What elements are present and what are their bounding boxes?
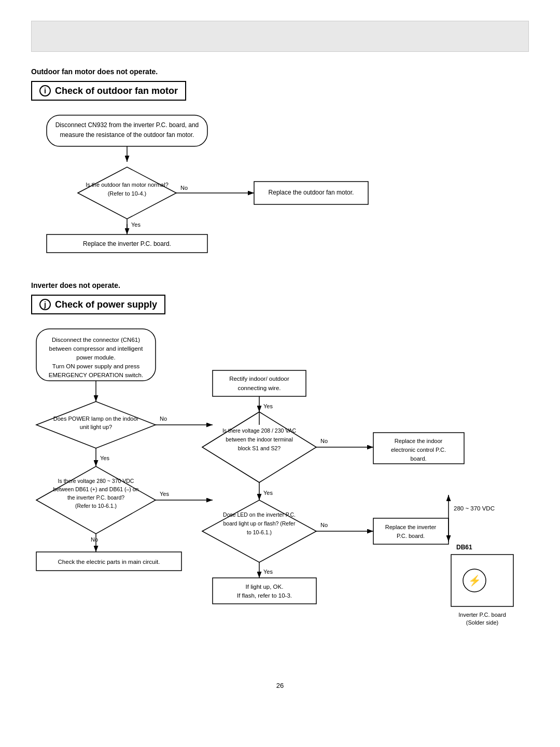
svg-rect-0: [47, 115, 207, 146]
section2-subtitle: Inverter does not operate.: [31, 281, 529, 289]
svg-text:Disconnect CN932 from the inve: Disconnect CN932 from the inverter P.C. …: [55, 121, 199, 129]
svg-text:Replace the inverter: Replace the inverter: [385, 524, 437, 530]
svg-text:Disconnect the connector (CN61: Disconnect the connector (CN61): [52, 337, 140, 343]
section1-circle: i: [39, 85, 51, 96]
svg-text:Is the outdoor fan motor norma: Is the outdoor fan motor normal?: [86, 182, 169, 188]
svg-text:between compressor and intelli: between compressor and intelligent: [49, 345, 144, 352]
svg-text:Yes: Yes: [263, 569, 273, 575]
section1-title: Check of outdoor fan motor: [55, 86, 178, 96]
svg-text:the inverter P.C. board?: the inverter P.C. board?: [67, 494, 124, 501]
svg-text:(Refer to 10-4.): (Refer to 10-4.): [108, 190, 147, 197]
section1-header: i Check of outdoor fan motor: [31, 81, 186, 101]
svg-text:No: No: [320, 438, 328, 444]
svg-text:If light up, OK.: If light up, OK.: [246, 584, 284, 590]
svg-text:No: No: [180, 185, 188, 191]
svg-text:Dose LED on the inverter P.C.: Dose LED on the inverter P.C.: [223, 511, 296, 518]
svg-text:P.C. board.: P.C. board.: [397, 533, 425, 539]
svg-text:Replace the outdoor fan motor.: Replace the outdoor fan motor.: [269, 189, 354, 196]
page-number: 26: [31, 682, 529, 689]
section-outdoor-fan: Outdoor fan motor does not operate. i Ch…: [31, 67, 529, 255]
svg-text:power module.: power module.: [76, 354, 115, 361]
svg-text:⚡: ⚡: [468, 574, 481, 587]
svg-text:Does POWER lamp on the indoor: Does POWER lamp on the indoor: [53, 416, 139, 422]
svg-text:EMERGENCY OPERATION switch.: EMERGENCY OPERATION switch.: [49, 372, 143, 378]
svg-text:Yes: Yes: [160, 491, 169, 497]
svg-text:unit light up?: unit light up?: [80, 424, 112, 430]
svg-text:(Solder side): (Solder side): [466, 619, 498, 626]
svg-text:measure the resistance of the : measure the resistance of the outdoor fa…: [60, 131, 194, 139]
page: Outdoor fan motor does not operate. i Ch…: [0, 0, 560, 710]
svg-text:Yes: Yes: [263, 403, 273, 409]
svg-text:block S1 and S2?: block S1 and S2?: [238, 445, 281, 451]
svg-rect-74: [213, 578, 316, 604]
svg-text:electronic control P.C.: electronic control P.C.: [391, 447, 446, 453]
svg-rect-45: [213, 370, 306, 396]
svg-text:Is there voltage 280 ~ 370 VDC: Is there voltage 280 ~ 370 VDC: [58, 478, 134, 484]
svg-text:DB61: DB61: [456, 544, 472, 551]
svg-text:board.: board.: [410, 455, 426, 462]
svg-text:Inverter P.C. board: Inverter P.C. board: [458, 612, 506, 618]
section-power-supply: Inverter does not operate. j Check of po…: [31, 281, 529, 656]
svg-text:Replace the indoor: Replace the indoor: [395, 438, 443, 444]
svg-text:280 ~ 370 VDC: 280 ~ 370 VDC: [454, 505, 495, 511]
svg-text:Yes: Yes: [263, 490, 273, 496]
section2-title: Check of power supply: [55, 299, 157, 310]
svg-text:Turn ON power supply and press: Turn ON power supply and press: [52, 363, 140, 369]
flowchart-section1-b: Replace the inverter P.C. board.: [31, 224, 498, 255]
svg-text:(Refer to 10-6.1.): (Refer to 10-6.1.): [75, 503, 117, 509]
svg-rect-69: [373, 518, 449, 544]
svg-text:No: No: [91, 536, 98, 543]
header-bar: [31, 21, 529, 52]
svg-text:Yes: Yes: [131, 222, 141, 228]
section2-header: j Check of power supply: [31, 295, 165, 314]
svg-text:connecting wire.: connecting wire.: [237, 385, 281, 391]
svg-text:board light up or flash? (Refe: board light up or flash? (Refer: [223, 520, 296, 527]
section1-subtitle: Outdoor fan motor does not operate.: [31, 67, 529, 76]
svg-text:Replace the inverter P.C. boar: Replace the inverter P.C. board.: [83, 240, 171, 247]
svg-text:to 10-6.1.): to 10-6.1.): [247, 529, 272, 535]
flowchart-section2: Disconnect the connector (CN61) between …: [31, 324, 529, 656]
svg-text:Yes: Yes: [100, 455, 109, 461]
section2-circle: j: [39, 299, 51, 310]
svg-text:Is there voltage 208 / 230 VAC: Is there voltage 208 / 230 VAC: [222, 427, 297, 434]
svg-text:between DB61 (+) and DB61 (–) : between DB61 (+) and DB61 (–) on: [53, 486, 139, 492]
svg-text:Check the electric parts in ma: Check the electric parts in main circuit…: [58, 559, 160, 565]
svg-text:If flash, refer to 10-3.: If flash, refer to 10-3.: [237, 592, 292, 599]
svg-text:No: No: [160, 416, 167, 422]
svg-text:No: No: [320, 522, 328, 528]
flowchart-section1: Disconnect CN932 from the inverter P.C. …: [31, 110, 498, 229]
svg-text:between the indoor terminal: between the indoor terminal: [226, 436, 293, 442]
svg-text:Rectify indoor/ outdoor: Rectify indoor/ outdoor: [229, 376, 289, 382]
